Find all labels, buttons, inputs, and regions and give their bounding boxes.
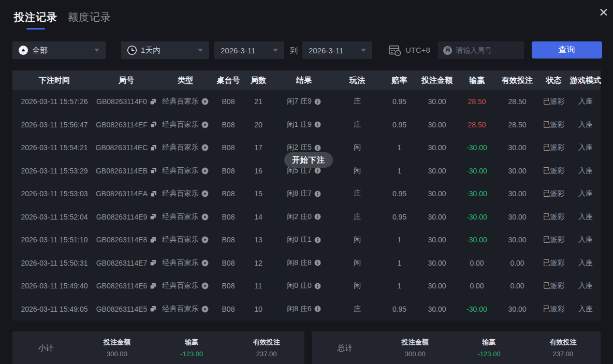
cell-odds: 1: [381, 259, 418, 267]
game-type-value: 全部: [32, 46, 48, 55]
cell-game-mode: 入座: [571, 143, 601, 152]
play-icon[interactable]: [201, 98, 209, 105]
cell-status: 已派彩: [537, 281, 571, 290]
cell-game-id: GB08263114EC: [96, 143, 156, 152]
cell-type: 经典百家乐: [156, 189, 214, 198]
timezone-group: UTC+8: [388, 44, 430, 56]
cell-game-id: GB08263114E9: [96, 213, 156, 221]
cell-round: 10: [242, 305, 274, 313]
table-row: 2026-03-11 15:52:04 GB08263114E9 经典百家乐: [12, 206, 601, 229]
chevron-down-icon: [273, 49, 278, 52]
cell-bet-time: 2026-03-11 15:53:03: [12, 190, 96, 198]
info-icon[interactable]: [314, 98, 321, 105]
cell-game-mode: 入座: [571, 258, 601, 268]
copy-icon[interactable]: [150, 259, 156, 266]
table-body: 2026-03-11 15:57:26 GB08263114F0 经典百家乐: [12, 90, 601, 321]
cell-game-mode: 入座: [571, 212, 601, 222]
play-icon[interactable]: [201, 144, 209, 151]
total-valid-bet-value: 237.00: [553, 350, 574, 358]
table-header: 下注时间 局号 类型 桌台号 局数 结果 玩法 赔率 投注金额 输赢 有效投注 …: [12, 70, 601, 90]
cell-bet-amount: 30.00: [418, 259, 456, 267]
play-icon[interactable]: [201, 236, 209, 243]
cell-play: 庄: [333, 304, 381, 314]
cell-round: 16: [242, 167, 274, 175]
col-header-type: 类型: [156, 76, 214, 85]
copy-icon[interactable]: [150, 237, 156, 243]
cell-play: 闲: [333, 143, 381, 152]
cell-odds: 0.95: [381, 190, 418, 198]
cell-win-loss: -30.00: [456, 143, 498, 152]
cell-type: 经典百家乐: [156, 97, 214, 106]
copy-icon[interactable]: [150, 305, 156, 312]
cell-status: 已派彩: [537, 304, 571, 314]
cell-play: 闲: [333, 258, 381, 268]
cell-play: 庄: [333, 212, 381, 222]
cell-valid-bet: 0.00: [498, 259, 537, 267]
cell-game-id: GB08263114E6: [96, 282, 156, 290]
cell-type: 经典百家乐: [156, 120, 214, 129]
cell-type: 经典百家乐: [156, 235, 214, 244]
cell-odds: 1: [381, 236, 418, 244]
cell-round: 20: [242, 121, 274, 129]
game-number-search[interactable]: 局: [438, 41, 524, 59]
cell-table-no: B08: [214, 236, 242, 244]
info-icon[interactable]: [314, 121, 321, 128]
game-type-dropdown[interactable]: ♠ 全部: [12, 41, 106, 59]
cell-status: 已派彩: [537, 258, 571, 268]
search-input[interactable]: [456, 46, 513, 54]
cell-result: 闲2 庄5: [274, 143, 333, 152]
info-icon[interactable]: [314, 305, 321, 312]
timezone-value: UTC+8: [405, 46, 430, 54]
cell-round: 13: [242, 236, 274, 244]
copy-icon[interactable]: [150, 98, 156, 105]
copy-icon[interactable]: [150, 213, 156, 220]
play-icon[interactable]: [201, 121, 209, 128]
subtotal-valid-bet-value: 237.00: [256, 350, 277, 358]
cell-status: 已派彩: [537, 166, 571, 176]
cell-type: 经典百家乐: [156, 212, 214, 222]
play-icon[interactable]: [201, 190, 209, 197]
play-icon[interactable]: [201, 305, 209, 313]
play-icon[interactable]: [201, 167, 209, 174]
total-bar: 总计 投注金额 300.00 输赢 -123.00 有效投注 237.00: [312, 331, 601, 364]
cell-bet-time: 2026-03-11 15:53:29: [12, 167, 96, 175]
tab-betting-records[interactable]: 投注记录: [14, 10, 57, 30]
info-icon[interactable]: [314, 259, 321, 266]
tab-quota-records[interactable]: 额度记录: [68, 10, 111, 24]
cell-game-mode: 入座: [571, 235, 601, 244]
info-icon[interactable]: [314, 191, 321, 197]
play-icon[interactable]: [201, 213, 209, 221]
cell-win-loss: -30.00: [456, 305, 498, 313]
cell-play: 闲: [333, 281, 381, 290]
copy-icon[interactable]: [150, 283, 156, 289]
cell-odds: 1: [381, 143, 418, 152]
cell-bet-time: 2026-03-11 15:51:10: [12, 236, 96, 244]
time-range-dropdown[interactable]: 1天内: [121, 41, 209, 59]
play-icon[interactable]: [201, 282, 209, 289]
copy-icon[interactable]: [150, 121, 157, 128]
date-to-picker[interactable]: 2026-3-11: [302, 41, 372, 59]
play-icon[interactable]: [201, 259, 209, 267]
cell-valid-bet: 0.00: [498, 282, 537, 290]
total-win-loss-label: 输赢: [483, 338, 496, 347]
cell-bet-amount: 30.00: [418, 143, 456, 152]
cell-play: 庄: [333, 120, 381, 129]
info-icon[interactable]: [314, 213, 321, 220]
info-icon[interactable]: [314, 237, 321, 243]
info-icon[interactable]: [314, 283, 321, 289]
cell-win-loss: -30.00: [456, 213, 498, 221]
cell-bet-amount: 30.00: [418, 236, 456, 244]
date-from-picker[interactable]: 2026-3-11: [214, 41, 284, 59]
info-icon[interactable]: [314, 144, 321, 151]
close-icon[interactable]: ✕: [594, 3, 613, 22]
cell-table-no: B08: [214, 97, 242, 106]
time-range-value: 1天内: [141, 46, 160, 55]
total-bet-amount-label: 投注金额: [402, 338, 429, 347]
info-icon[interactable]: [314, 167, 321, 174]
cell-type: 经典百家乐: [156, 258, 214, 268]
cell-bet-amount: 30.00: [418, 121, 456, 129]
date-from-value: 2026-3-11: [221, 46, 255, 55]
betting-records-dialog: ✕ 投注记录 额度记录 ♠ 全部 1天内 2026-3-11 到: [0, 0, 613, 364]
query-button[interactable]: 查询: [532, 41, 602, 59]
cell-game-mode: 入座: [571, 189, 601, 198]
